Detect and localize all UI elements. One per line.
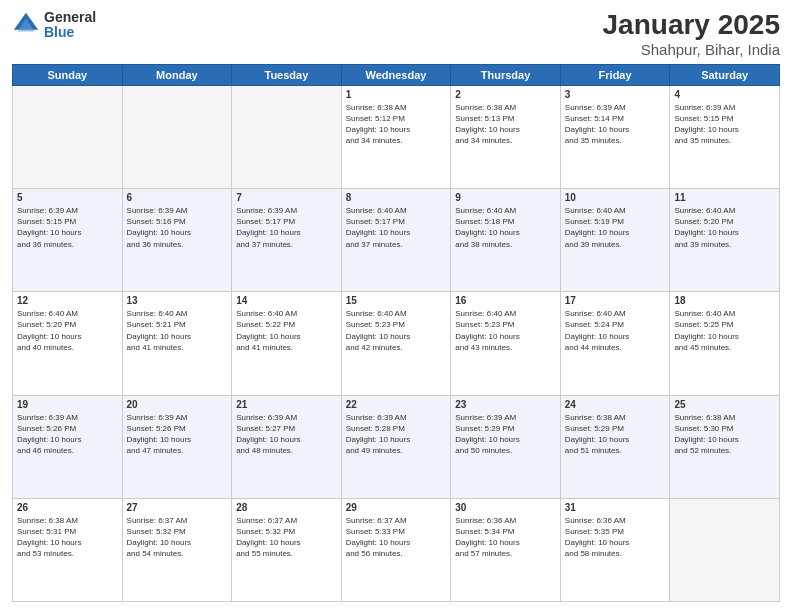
table-row: 6Sunrise: 6:39 AM Sunset: 5:16 PM Daylig… [122,189,232,292]
day-number: 21 [236,399,337,410]
table-row: 16Sunrise: 6:40 AM Sunset: 5:23 PM Dayli… [451,292,561,395]
day-number: 9 [455,192,556,203]
day-info: Sunrise: 6:40 AM Sunset: 5:23 PM Dayligh… [455,308,556,353]
day-number: 11 [674,192,775,203]
day-number: 16 [455,295,556,306]
day-number: 24 [565,399,666,410]
header-monday: Monday [122,64,232,85]
table-row: 15Sunrise: 6:40 AM Sunset: 5:23 PM Dayli… [341,292,451,395]
table-row: 26Sunrise: 6:38 AM Sunset: 5:31 PM Dayli… [13,498,123,601]
table-row [122,85,232,188]
day-number: 3 [565,89,666,100]
day-info: Sunrise: 6:39 AM Sunset: 5:15 PM Dayligh… [674,102,775,147]
day-number: 6 [127,192,228,203]
day-info: Sunrise: 6:39 AM Sunset: 5:28 PM Dayligh… [346,412,447,457]
table-row: 28Sunrise: 6:37 AM Sunset: 5:32 PM Dayli… [232,498,342,601]
day-info: Sunrise: 6:40 AM Sunset: 5:19 PM Dayligh… [565,205,666,250]
page: General Blue January 2025 Shahpur, Bihar… [0,0,792,612]
day-info: Sunrise: 6:38 AM Sunset: 5:29 PM Dayligh… [565,412,666,457]
table-row: 1Sunrise: 6:38 AM Sunset: 5:12 PM Daylig… [341,85,451,188]
day-number: 14 [236,295,337,306]
day-info: Sunrise: 6:39 AM Sunset: 5:26 PM Dayligh… [127,412,228,457]
day-number: 27 [127,502,228,513]
calendar-header-row: Sunday Monday Tuesday Wednesday Thursday… [13,64,780,85]
calendar-week-row: 26Sunrise: 6:38 AM Sunset: 5:31 PM Dayli… [13,498,780,601]
table-row: 24Sunrise: 6:38 AM Sunset: 5:29 PM Dayli… [560,395,670,498]
table-row: 22Sunrise: 6:39 AM Sunset: 5:28 PM Dayli… [341,395,451,498]
table-row: 8Sunrise: 6:40 AM Sunset: 5:17 PM Daylig… [341,189,451,292]
calendar-week-row: 1Sunrise: 6:38 AM Sunset: 5:12 PM Daylig… [13,85,780,188]
day-number: 20 [127,399,228,410]
table-row: 29Sunrise: 6:37 AM Sunset: 5:33 PM Dayli… [341,498,451,601]
day-number: 29 [346,502,447,513]
day-info: Sunrise: 6:37 AM Sunset: 5:33 PM Dayligh… [346,515,447,560]
logo-icon [12,11,40,39]
day-number: 8 [346,192,447,203]
table-row [232,85,342,188]
table-row: 21Sunrise: 6:39 AM Sunset: 5:27 PM Dayli… [232,395,342,498]
day-info: Sunrise: 6:38 AM Sunset: 5:13 PM Dayligh… [455,102,556,147]
day-number: 30 [455,502,556,513]
table-row: 11Sunrise: 6:40 AM Sunset: 5:20 PM Dayli… [670,189,780,292]
table-row: 19Sunrise: 6:39 AM Sunset: 5:26 PM Dayli… [13,395,123,498]
day-info: Sunrise: 6:39 AM Sunset: 5:27 PM Dayligh… [236,412,337,457]
day-number: 13 [127,295,228,306]
day-number: 17 [565,295,666,306]
table-row: 12Sunrise: 6:40 AM Sunset: 5:20 PM Dayli… [13,292,123,395]
table-row: 5Sunrise: 6:39 AM Sunset: 5:15 PM Daylig… [13,189,123,292]
header-saturday: Saturday [670,64,780,85]
day-info: Sunrise: 6:37 AM Sunset: 5:32 PM Dayligh… [127,515,228,560]
header-tuesday: Tuesday [232,64,342,85]
day-number: 15 [346,295,447,306]
day-info: Sunrise: 6:39 AM Sunset: 5:15 PM Dayligh… [17,205,118,250]
day-info: Sunrise: 6:39 AM Sunset: 5:26 PM Dayligh… [17,412,118,457]
day-info: Sunrise: 6:39 AM Sunset: 5:16 PM Dayligh… [127,205,228,250]
day-info: Sunrise: 6:39 AM Sunset: 5:29 PM Dayligh… [455,412,556,457]
header-friday: Friday [560,64,670,85]
calendar-title: January 2025 [603,10,780,41]
table-row: 3Sunrise: 6:39 AM Sunset: 5:14 PM Daylig… [560,85,670,188]
day-number: 23 [455,399,556,410]
table-row: 13Sunrise: 6:40 AM Sunset: 5:21 PM Dayli… [122,292,232,395]
calendar-table: Sunday Monday Tuesday Wednesday Thursday… [12,64,780,602]
day-number: 5 [17,192,118,203]
table-row: 20Sunrise: 6:39 AM Sunset: 5:26 PM Dayli… [122,395,232,498]
day-number: 25 [674,399,775,410]
table-row [670,498,780,601]
day-number: 12 [17,295,118,306]
table-row: 31Sunrise: 6:36 AM Sunset: 5:35 PM Dayli… [560,498,670,601]
table-row: 18Sunrise: 6:40 AM Sunset: 5:25 PM Dayli… [670,292,780,395]
day-info: Sunrise: 6:40 AM Sunset: 5:20 PM Dayligh… [17,308,118,353]
table-row: 10Sunrise: 6:40 AM Sunset: 5:19 PM Dayli… [560,189,670,292]
day-info: Sunrise: 6:40 AM Sunset: 5:21 PM Dayligh… [127,308,228,353]
day-number: 22 [346,399,447,410]
day-info: Sunrise: 6:37 AM Sunset: 5:32 PM Dayligh… [236,515,337,560]
day-info: Sunrise: 6:36 AM Sunset: 5:34 PM Dayligh… [455,515,556,560]
table-row: 17Sunrise: 6:40 AM Sunset: 5:24 PM Dayli… [560,292,670,395]
day-number: 28 [236,502,337,513]
day-number: 1 [346,89,447,100]
day-number: 18 [674,295,775,306]
calendar-week-row: 5Sunrise: 6:39 AM Sunset: 5:15 PM Daylig… [13,189,780,292]
day-info: Sunrise: 6:38 AM Sunset: 5:12 PM Dayligh… [346,102,447,147]
calendar-week-row: 19Sunrise: 6:39 AM Sunset: 5:26 PM Dayli… [13,395,780,498]
logo-general-text: General [44,10,96,25]
day-info: Sunrise: 6:40 AM Sunset: 5:25 PM Dayligh… [674,308,775,353]
day-info: Sunrise: 6:36 AM Sunset: 5:35 PM Dayligh… [565,515,666,560]
day-number: 26 [17,502,118,513]
day-info: Sunrise: 6:39 AM Sunset: 5:17 PM Dayligh… [236,205,337,250]
day-number: 7 [236,192,337,203]
calendar-subtitle: Shahpur, Bihar, India [603,41,780,58]
day-info: Sunrise: 6:38 AM Sunset: 5:30 PM Dayligh… [674,412,775,457]
day-info: Sunrise: 6:40 AM Sunset: 5:18 PM Dayligh… [455,205,556,250]
day-info: Sunrise: 6:38 AM Sunset: 5:31 PM Dayligh… [17,515,118,560]
table-row: 25Sunrise: 6:38 AM Sunset: 5:30 PM Dayli… [670,395,780,498]
table-row [13,85,123,188]
logo: General Blue [12,10,96,41]
header-wednesday: Wednesday [341,64,451,85]
table-row: 14Sunrise: 6:40 AM Sunset: 5:22 PM Dayli… [232,292,342,395]
table-row: 4Sunrise: 6:39 AM Sunset: 5:15 PM Daylig… [670,85,780,188]
day-number: 2 [455,89,556,100]
day-info: Sunrise: 6:40 AM Sunset: 5:22 PM Dayligh… [236,308,337,353]
header-sunday: Sunday [13,64,123,85]
